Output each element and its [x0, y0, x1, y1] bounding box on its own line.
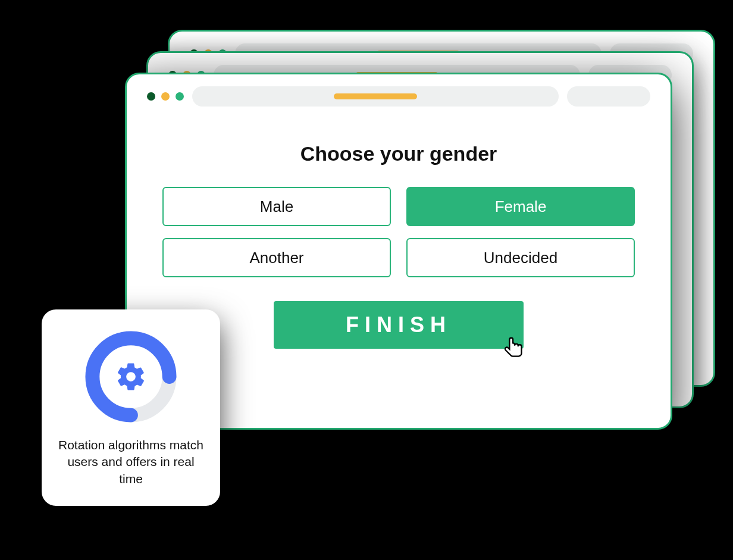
option-female[interactable]: Female [406, 187, 635, 226]
option-label: Male [260, 198, 293, 216]
gear-icon [115, 361, 147, 393]
option-male[interactable]: Male [162, 187, 391, 226]
address-bar[interactable] [192, 86, 559, 107]
window-dot-icon [147, 92, 155, 101]
window-dot-icon [161, 92, 170, 101]
window-dot-icon [176, 92, 184, 101]
option-undecided[interactable]: Undecided [406, 238, 635, 277]
info-card: Rotation algorithms match users and offe… [42, 309, 220, 506]
finish-label: FINISH [346, 312, 452, 337]
option-label: Another [249, 249, 303, 267]
option-label: Female [495, 198, 547, 216]
gender-options: Male Female Another Undecided [162, 187, 635, 277]
toolbar-pill[interactable] [567, 86, 650, 107]
info-card-text: Rotation algorithms match users and offe… [57, 437, 205, 487]
option-another[interactable]: Another [162, 238, 391, 277]
option-label: Undecided [484, 249, 557, 267]
finish-button[interactable]: FINISH [274, 301, 524, 349]
form-heading: Choose your gender [162, 142, 635, 165]
window-dots [147, 92, 184, 101]
